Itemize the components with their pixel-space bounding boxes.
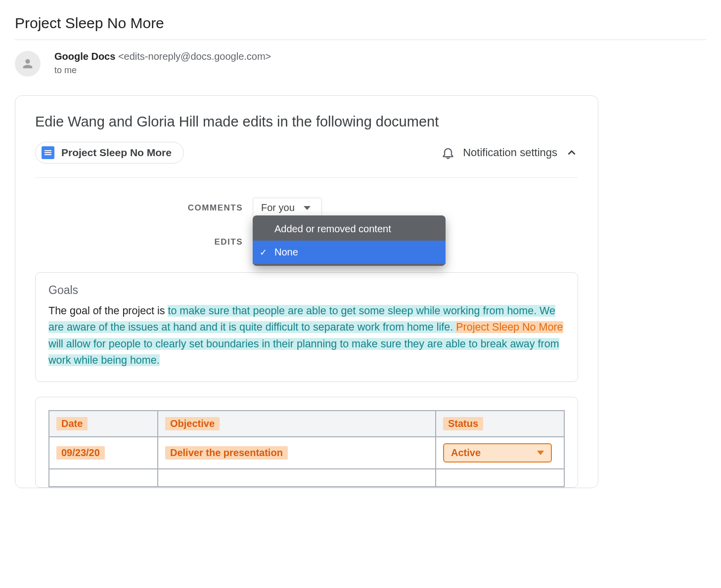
- col-header-date: Date: [56, 417, 88, 430]
- caret-down-icon: [537, 451, 544, 455]
- bell-icon: [441, 146, 455, 160]
- cell-date: 09/23/20: [56, 446, 105, 460]
- from-name: Google Docs: [54, 51, 115, 62]
- to-line[interactable]: to me: [54, 62, 271, 76]
- table-row: [49, 469, 564, 487]
- status-value: Active: [451, 447, 481, 459]
- comments-select-value: For you: [261, 202, 295, 213]
- caret-down-icon: [304, 206, 311, 210]
- document-preview-table: Date Objective Status 09/23/20 Deliver t…: [35, 397, 578, 488]
- goals-highlight-orange: Project Sleep No More: [456, 321, 563, 333]
- dropdown-option-none-label: None: [274, 247, 298, 257]
- project-table: Date Objective Status 09/23/20 Deliver t…: [48, 410, 565, 487]
- col-header-status: Status: [443, 417, 483, 430]
- docs-icon: [42, 146, 54, 159]
- table-row: 09/23/20 Deliver the presentation Active: [49, 437, 564, 469]
- table-header-row: Date Objective Status: [49, 411, 564, 437]
- comments-label: COMMENTS: [183, 203, 243, 213]
- from-email: <edits-noreply@docs.google.com>: [118, 51, 271, 62]
- chevron-up-icon: [565, 146, 578, 159]
- sender-avatar: [15, 51, 41, 77]
- goals-highlight-2: will allow for people to clearly set bou…: [48, 338, 559, 366]
- edits-label: EDITS: [183, 237, 243, 247]
- notification-settings-label: Notification settings: [463, 146, 557, 159]
- dropdown-option-added-removed[interactable]: Added or removed content: [253, 217, 446, 241]
- comments-select[interactable]: For you: [253, 198, 322, 218]
- person-icon: [21, 57, 35, 71]
- email-header: Google Docs <edits-noreply@docs.google.c…: [15, 40, 706, 81]
- edits-dropdown-menu: Added or removed content ✓ None: [253, 215, 446, 266]
- edit-headline: Edie Wang and Gloria Hill made edits in …: [35, 114, 578, 130]
- goals-prefix: The goal of the project is: [48, 305, 168, 317]
- email-body-card: Edie Wang and Gloria Hill made edits in …: [15, 95, 598, 488]
- status-dropdown[interactable]: Active: [443, 443, 552, 462]
- preview-section-title: Goals: [48, 284, 565, 297]
- col-header-objective: Objective: [165, 417, 220, 430]
- email-subject: Project Sleep No More: [15, 10, 706, 40]
- preview-goals-text: The goal of the project is to make sure …: [48, 303, 565, 369]
- document-chip[interactable]: Project Sleep No More: [35, 142, 184, 164]
- dropdown-option-none[interactable]: ✓ None: [253, 241, 446, 264]
- document-chip-label: Project Sleep No More: [61, 147, 172, 159]
- document-preview-goals: Goals The goal of the project is to make…: [35, 272, 578, 382]
- check-icon: ✓: [260, 247, 267, 258]
- notification-settings-toggle[interactable]: Notification settings: [441, 146, 578, 160]
- from-line: Google Docs <edits-noreply@docs.google.c…: [54, 51, 271, 62]
- filter-controls: COMMENTS For you EDITS Added or removed …: [35, 178, 578, 272]
- cell-objective: Deliver the presentation: [165, 446, 288, 460]
